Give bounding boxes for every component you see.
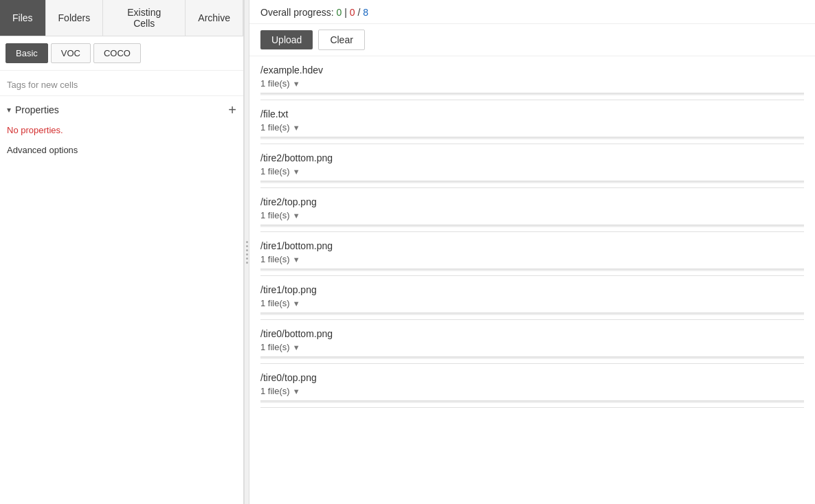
add-property-button[interactable]: +: [228, 103, 236, 117]
file-path: /tire2/top.png: [260, 196, 804, 207]
file-count-chevron[interactable]: ▼: [293, 124, 300, 132]
no-properties-text: No properties.: [7, 125, 236, 135]
format-tabs: Basic VOC COCO: [0, 36, 243, 71]
file-item: /tire2/top.png 1 file(s) ▼: [260, 188, 804, 232]
format-tab-basic[interactable]: Basic: [5, 43, 48, 63]
drag-dot: [246, 245, 248, 247]
file-item-divider: [260, 268, 804, 271]
file-count-row: 1 file(s) ▼: [260, 78, 804, 89]
file-count-text: 1 file(s): [260, 386, 290, 396]
file-count-row: 1 file(s) ▼: [260, 210, 804, 220]
file-count-text: 1 file(s): [260, 210, 290, 220]
progress-sep1: |: [344, 7, 350, 18]
file-count-text: 1 file(s): [260, 166, 290, 176]
drag-dot: [246, 257, 248, 260]
file-list: /example.hdev 1 file(s) ▼ /file.txt 1 fi…: [249, 56, 815, 504]
properties-section: ▾ Properties + No properties. Advanced o…: [0, 96, 243, 504]
file-count-text: 1 file(s): [260, 342, 290, 352]
progress-blue: 8: [363, 7, 368, 18]
drag-dot: [246, 241, 248, 243]
tab-folders[interactable]: Folders: [46, 0, 104, 36]
properties-title: Properties: [15, 104, 59, 115]
file-item: /file.txt 1 file(s) ▼: [260, 100, 804, 144]
file-item: /tire1/top.png 1 file(s) ▼: [260, 276, 804, 320]
file-path: /tire2/bottom.png: [260, 152, 804, 163]
drag-dot: [246, 249, 248, 251]
file-count-text: 1 file(s): [260, 78, 290, 89]
file-item-divider: [260, 181, 804, 183]
file-count-row: 1 file(s) ▼: [260, 122, 804, 133]
file-count-row: 1 file(s) ▼: [260, 342, 804, 352]
file-item-divider: [260, 312, 804, 315]
file-item-divider: [260, 93, 804, 95]
file-item-divider: [260, 225, 804, 227]
file-item: /tire0/top.png 1 file(s) ▼: [260, 364, 804, 408]
file-count-chevron[interactable]: ▼: [293, 255, 300, 264]
sidebar: Files Folders Existing Cells Archive Bas…: [0, 0, 244, 504]
properties-title-row: ▾ Properties: [7, 104, 59, 115]
file-count-chevron[interactable]: ▼: [293, 168, 300, 176]
tags-label: Tags for new cells: [7, 80, 78, 90]
file-item-divider: [260, 400, 804, 403]
file-path: /file.txt: [260, 108, 804, 119]
main-content: Overall progress: 0 | 0 / 8 Upload Clear…: [249, 0, 815, 504]
overall-progress-label: Overall progress:: [260, 7, 334, 18]
file-count-chevron[interactable]: ▼: [293, 299, 300, 308]
file-item-divider: [260, 356, 804, 359]
file-item: /example.hdev 1 file(s) ▼: [260, 56, 804, 100]
file-path: /tire1/top.png: [260, 284, 804, 295]
format-tab-voc[interactable]: VOC: [51, 43, 91, 63]
clear-button[interactable]: Clear: [318, 30, 364, 50]
file-count-row: 1 file(s) ▼: [260, 298, 804, 308]
file-count-row: 1 file(s) ▼: [260, 166, 804, 176]
progress-red: 0: [350, 7, 355, 18]
progress-sep2: /: [357, 7, 363, 18]
drag-dot: [246, 253, 248, 255]
file-count-row: 1 file(s) ▼: [260, 386, 804, 396]
tab-files[interactable]: Files: [0, 0, 46, 36]
tab-existing-cells[interactable]: Existing Cells: [103, 0, 186, 36]
file-path: /tire1/bottom.png: [260, 240, 804, 251]
file-item-divider: [260, 137, 804, 139]
tags-section: Tags for new cells: [0, 71, 243, 96]
file-count-chevron[interactable]: ▼: [293, 343, 300, 352]
progress-green: 0: [336, 7, 342, 18]
tab-archive[interactable]: Archive: [186, 0, 243, 36]
file-count-text: 1 file(s): [260, 122, 290, 133]
file-item: /tire1/bottom.png 1 file(s) ▼: [260, 232, 804, 276]
chevron-icon: ▾: [7, 105, 11, 115]
upload-button[interactable]: Upload: [260, 30, 313, 49]
toolbar: Upload Clear: [249, 24, 815, 56]
file-count-text: 1 file(s): [260, 254, 290, 264]
progress-area: Overall progress: 0 | 0 / 8: [249, 0, 815, 24]
file-count-text: 1 file(s): [260, 298, 290, 308]
advanced-options-link[interactable]: Advanced options: [7, 145, 236, 155]
format-tab-coco[interactable]: COCO: [93, 43, 141, 63]
file-item: /tire0/bottom.png 1 file(s) ▼: [260, 320, 804, 364]
top-tabs: Files Folders Existing Cells Archive: [0, 0, 243, 36]
file-count-row: 1 file(s) ▼: [260, 254, 804, 264]
file-count-chevron[interactable]: ▼: [293, 211, 300, 220]
properties-header[interactable]: ▾ Properties +: [7, 103, 236, 117]
file-count-chevron[interactable]: ▼: [293, 387, 300, 396]
resize-handle[interactable]: [244, 0, 249, 504]
file-path: /tire0/bottom.png: [260, 328, 804, 339]
file-path: /example.hdev: [260, 65, 804, 76]
file-count-chevron[interactable]: ▼: [293, 80, 300, 88]
drag-dot: [246, 262, 248, 264]
file-path: /tire0/top.png: [260, 372, 804, 383]
file-item: /tire2/bottom.png 1 file(s) ▼: [260, 144, 804, 188]
